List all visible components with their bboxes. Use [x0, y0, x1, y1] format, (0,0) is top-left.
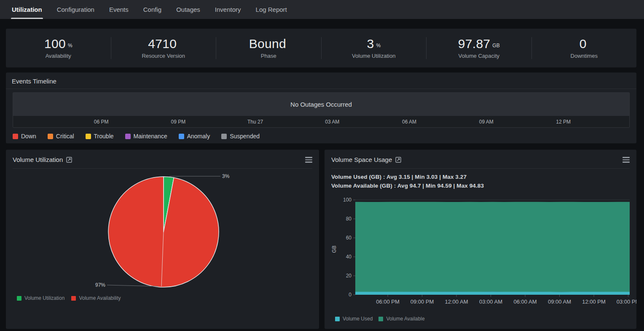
pie-legend: Volume Utilization Volume Availability [17, 295, 121, 301]
pie-label-small: 3% [222, 173, 230, 179]
stat-value: 0 [580, 37, 587, 51]
anomaly-swatch [179, 134, 184, 139]
title-group: Volume Space Usage [331, 156, 401, 163]
divider [6, 89, 636, 89]
panel-title: Volume Space Usage [331, 156, 392, 163]
stat-volume-capacity: 97.87 GB Volume Capacity [427, 37, 531, 59]
area-series-volume-used[interactable] [355, 291, 630, 294]
stat-value-row: Bound [249, 37, 288, 51]
legend-item-volume-available[interactable]: Volume Available [378, 316, 424, 322]
time-tick: Thu 27 [247, 119, 263, 125]
tab-label: Configuration [57, 6, 94, 13]
panel-header: Volume Space Usage [325, 150, 636, 168]
tab-label: Utilization [12, 6, 42, 13]
events-legend: Down Critical Trouble Maintenance Anomal… [13, 133, 630, 140]
pie-slice-volume-availability[interactable] [108, 177, 219, 287]
divider [13, 168, 312, 169]
tab-label: Inventory [215, 6, 241, 13]
x-tick-label: 03:00 AM [479, 299, 502, 305]
stat-value: 4710 [148, 37, 177, 51]
tab-inventory[interactable]: Inventory [214, 0, 242, 19]
events-timeline-title: Events Timeline [6, 73, 636, 89]
expand-chart-icon[interactable] [66, 157, 72, 163]
legend-item-suspended[interactable]: Suspended [221, 133, 260, 140]
stat-unit: % [68, 43, 72, 51]
legend-item-critical[interactable]: Critical [48, 133, 74, 140]
y-axis-title: GB [331, 245, 337, 253]
x-tick-label: 06:00 PM [376, 299, 400, 305]
legend-item-volume-utilization[interactable]: Volume Utilization [17, 295, 64, 301]
legend-label: Suspended [230, 133, 260, 140]
stat-value-row: 4710 [148, 37, 179, 51]
legend-item-volume-used[interactable]: Volume Used [335, 316, 373, 322]
suspended-swatch [221, 134, 227, 139]
tab-config[interactable]: Config [142, 0, 162, 19]
legend-label: Trouble [94, 133, 114, 140]
events-timeline-chart: No Outages Occurred 06 PM 09 PM Thu 27 0… [13, 92, 630, 128]
legend-item-down[interactable]: Down [13, 133, 36, 140]
stat-value: 3 [367, 37, 374, 51]
stat-unit: % [376, 43, 381, 51]
stat-value-row: 3 % [367, 37, 381, 51]
legend-item-volume-availability[interactable]: Volume Availability [71, 295, 121, 301]
legend-label: Anomaly [187, 133, 210, 140]
volume-available-stats: Volume Available (GB) : Avg 94.7 | Min 9… [331, 181, 630, 190]
volume-available-swatch [378, 317, 383, 321]
stat-label: Volume Utilization [352, 53, 395, 59]
x-tick-label: 12:00 PM [582, 299, 606, 305]
tab-label: Events [109, 6, 129, 13]
tab-outages[interactable]: Outages [175, 0, 201, 19]
legend-item-anomaly[interactable]: Anomaly [179, 133, 210, 140]
down-swatch [13, 134, 18, 139]
pie-label-large: 97% [95, 282, 105, 288]
expand-chart-icon[interactable] [395, 157, 401, 163]
legend-item-maintenance[interactable]: Maintenance [125, 133, 167, 140]
panel-title: Volume Utilization [13, 156, 63, 163]
tab-label: Log Report [256, 6, 287, 13]
stat-unit: GB [492, 43, 499, 51]
x-tick-label: 03:00 PM [617, 299, 636, 305]
volume-utilization-pie-chart[interactable]: 3%97% [6, 170, 319, 296]
dashboard: Utilization Configuration Events Config … [0, 0, 644, 331]
volume-used-stats: Volume Used (GB) : Avg 3.15 | Min 3.03 |… [331, 172, 630, 181]
stat-phase: Bound Phase [216, 37, 321, 59]
stat-label: Downtimes [571, 53, 598, 59]
stat-downtimes: 0 Downtimes [532, 37, 637, 59]
volume-used-swatch [335, 317, 340, 321]
x-tick-label: 09:00 PM [411, 299, 434, 305]
area-series-volume-available[interactable] [355, 202, 630, 291]
volume-availability-swatch [71, 296, 76, 301]
tab-utilization[interactable]: Utilization [11, 0, 43, 19]
stat-label: Resource Version [142, 53, 185, 59]
stat-value-row: 0 [580, 37, 589, 51]
title-group: Volume Utilization [13, 156, 72, 163]
series-stats: Volume Used (GB) : Avg 3.15 | Min 3.03 |… [331, 172, 630, 190]
legend-label: Down [21, 133, 36, 140]
menu-bar [305, 161, 312, 163]
panel-header: Volume Utilization [6, 150, 319, 168]
y-tick-label: 40 [346, 254, 352, 260]
time-tick: 03 AM [325, 119, 339, 125]
legend-item-trouble[interactable]: Trouble [86, 133, 114, 140]
time-tick: 09 PM [171, 119, 185, 125]
tab-label: Config [143, 6, 161, 13]
x-tick-label: 06:00 AM [514, 299, 537, 305]
stat-value: Bound [249, 37, 286, 51]
hamburger-menu-icon[interactable] [623, 156, 630, 164]
menu-bar [623, 161, 630, 163]
tab-log-report[interactable]: Log Report [255, 0, 288, 19]
stat-availability: 100 % Availability [6, 37, 111, 59]
stat-label: Volume Capacity [458, 53, 499, 59]
summary-stats-bar: 100 % Availability 4710 Resource Version… [6, 29, 636, 67]
legend-label: Volume Available [386, 316, 424, 322]
legend-label: Critical [56, 133, 74, 140]
time-tick: 12 PM [556, 119, 571, 125]
hamburger-menu-icon[interactable] [305, 156, 312, 164]
tab-events[interactable]: Events [108, 0, 129, 19]
menu-bar [623, 159, 630, 161]
volume-space-usage-area-chart[interactable]: 020406080100GB06:00 PM09:00 PM12:00 AM03… [325, 197, 636, 309]
tab-label: Outages [176, 6, 200, 13]
y-tick-label: 100 [343, 197, 352, 203]
tab-configuration[interactable]: Configuration [56, 0, 95, 19]
stat-value: 97.87 [458, 37, 491, 51]
